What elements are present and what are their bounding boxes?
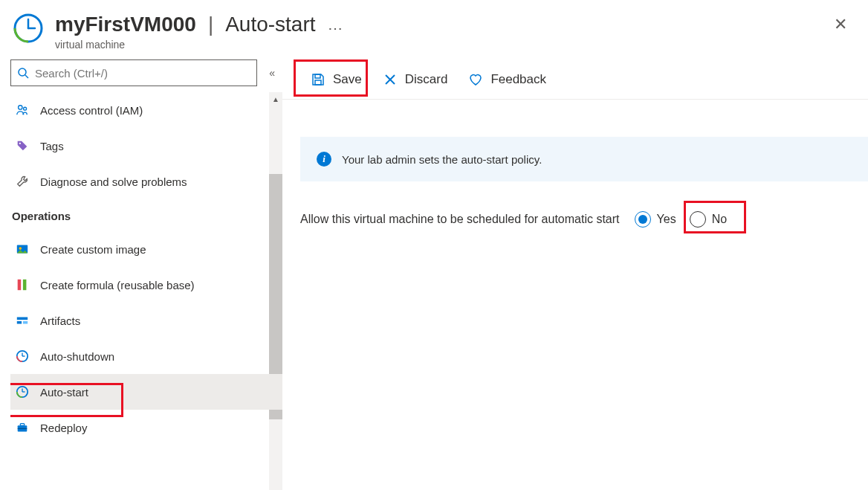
radio-yes[interactable]: Yes [635, 211, 676, 228]
main-content: Save Discard Feedback i Your lab admin s… [282, 59, 868, 490]
resource-type: virtual machine [55, 39, 344, 51]
save-icon [311, 72, 326, 87]
discard-button[interactable]: Discard [372, 63, 459, 96]
sidebar-item-label: Access control (IAM) [40, 104, 143, 117]
sidebar-item-create-custom-image[interactable]: Create custom image [10, 231, 282, 267]
svg-point-9 [19, 247, 22, 250]
sidebar-section-operations: Operations [10, 199, 282, 231]
radio-no[interactable]: No [690, 211, 727, 228]
wrench-icon [15, 174, 30, 189]
info-icon: i [317, 152, 331, 167]
feedback-button[interactable]: Feedback [458, 63, 557, 96]
radio-yes-label: Yes [657, 213, 676, 226]
radio-no-label: No [712, 213, 727, 226]
svg-rect-25 [315, 80, 321, 85]
svg-rect-23 [18, 428, 27, 429]
search-input-container[interactable] [10, 59, 257, 86]
search-icon [17, 67, 29, 79]
svg-rect-22 [20, 424, 24, 426]
nav-list: ▲ Access control (IAM) Tags [10, 92, 282, 490]
artifacts-icon [15, 313, 30, 328]
svg-point-3 [19, 68, 26, 76]
svg-line-4 [25, 75, 28, 78]
formula-icon [15, 277, 30, 292]
feedback-button-label: Feedback [490, 72, 546, 87]
sidebar-item-auto-start[interactable]: Auto-start [10, 374, 282, 410]
blade-title: Auto-start [225, 13, 315, 36]
sidebar-item-redeploy[interactable]: Redeploy [10, 410, 282, 445]
sidebar-item-label: Redeploy [40, 422, 87, 434]
toolbar: Save Discard Feedback [282, 59, 868, 100]
sidebar-item-label: Artifacts [40, 315, 80, 327]
sidebar-item-label: Auto-shutdown [40, 350, 114, 363]
clock-shutdown-icon [15, 349, 30, 364]
info-banner: i Your lab admin sets the auto-start pol… [300, 137, 868, 181]
clock-start-icon [15, 384, 30, 399]
svg-rect-13 [17, 321, 22, 324]
radio-no-circle [690, 211, 706, 228]
title-separator: | [208, 13, 213, 36]
discard-button-label: Discard [405, 72, 448, 87]
discard-icon [383, 72, 398, 87]
heart-icon [468, 72, 483, 87]
sidebar-item-access-control[interactable]: Access control (IAM) [10, 92, 282, 128]
briefcase-icon [15, 420, 30, 435]
close-button[interactable]: ✕ [828, 12, 853, 37]
svg-rect-14 [23, 321, 27, 324]
svg-rect-11 [23, 280, 27, 290]
sidebar-item-tags[interactable]: Tags [10, 128, 282, 164]
search-input[interactable] [35, 67, 250, 80]
sidebar-item-label: Diagnose and solve problems [40, 175, 187, 188]
sidebar-item-auto-shutdown[interactable]: Auto-shutdown [10, 338, 282, 374]
svg-point-6 [24, 107, 27, 110]
sidebar-item-diagnose[interactable]: Diagnose and solve problems [10, 164, 282, 199]
sidebar-item-artifacts[interactable]: Artifacts [10, 303, 282, 338]
tag-icon [15, 138, 30, 153]
setting-label: Allow this virtual machine to be schedul… [300, 213, 620, 226]
more-actions-button[interactable]: ⋯ [328, 12, 344, 37]
svg-point-7 [19, 143, 21, 144]
image-icon [15, 242, 30, 257]
resource-name: myFirstVM000 [55, 13, 196, 36]
svg-rect-12 [17, 317, 27, 320]
sidebar-item-label: Auto-start [40, 386, 88, 399]
save-button-label: Save [333, 72, 362, 87]
save-button[interactable]: Save [300, 63, 372, 96]
clock-start-icon [12, 12, 45, 45]
scroll-up-button[interactable]: ▲ [269, 92, 282, 106]
info-banner-text: Your lab admin sets the auto-start polic… [342, 153, 542, 166]
svg-rect-10 [18, 280, 22, 290]
autostart-radio-group: Yes No [635, 211, 728, 228]
autostart-setting-row: Allow this virtual machine to be schedul… [282, 181, 868, 228]
svg-point-5 [19, 106, 22, 109]
blade-header: myFirstVM000 | Auto-start ⋯ virtual mach… [0, 0, 868, 59]
people-icon [15, 103, 30, 117]
sidebar-item-label: Tags [40, 140, 64, 152]
sidebar-item-label: Create formula (reusable base) [40, 279, 195, 291]
svg-rect-24 [315, 74, 320, 78]
collapse-sidebar-button[interactable]: « [265, 67, 276, 79]
sidebar: « ▲ Access control (IAM) Tags [0, 59, 282, 490]
radio-yes-circle [635, 211, 651, 228]
sidebar-item-create-formula[interactable]: Create formula (reusable base) [10, 267, 282, 303]
sidebar-item-label: Create custom image [40, 243, 146, 256]
